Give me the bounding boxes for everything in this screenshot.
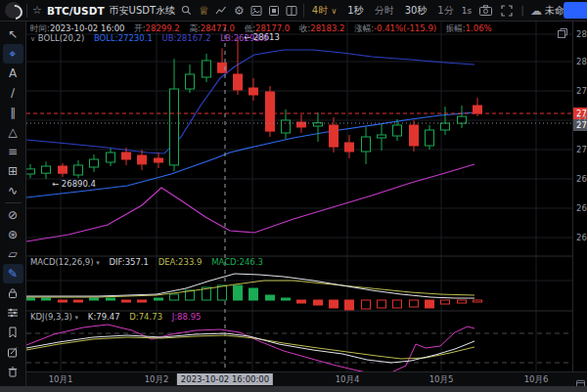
favorite-star-icon[interactable]: ☆ xyxy=(32,5,42,16)
macd-value: MACD:246.3 xyxy=(211,257,263,267)
symbol-description: 币安USDT永续 xyxy=(110,4,175,18)
timeframe-4h[interactable]: 4时 ∨ xyxy=(309,3,339,19)
candle-body xyxy=(266,92,275,131)
text-tool[interactable]: A xyxy=(3,64,23,83)
timeframe-1s[interactable]: 1秒 xyxy=(344,3,366,19)
macd-hist-bar xyxy=(314,300,323,305)
boll-name[interactable]: BOLL(20,2) xyxy=(38,33,84,43)
trash-tool[interactable] xyxy=(3,362,23,381)
divider: | xyxy=(520,5,524,16)
trend-line-tool[interactable]: ∕ xyxy=(3,83,23,103)
candle-body xyxy=(249,88,258,95)
boll-legend: ∨ BOLL(20,2) BOLL:27230.1 UB:28167.2 LB:… xyxy=(30,33,268,43)
edit-icon xyxy=(7,346,19,358)
lock-tool[interactable] xyxy=(3,283,23,303)
bookmark-tool[interactable] xyxy=(3,323,23,342)
eraser-tool[interactable]: ▱ xyxy=(3,244,23,264)
candle-body xyxy=(74,165,83,175)
macd-hist-bar xyxy=(378,300,386,308)
j-value: J:88.95 xyxy=(172,312,202,322)
price-axis[interactable]: 27686.0 27567.2 286492831627960276032724… xyxy=(572,22,587,371)
time-label: 时间: xyxy=(30,23,50,33)
crown-icon[interactable]: ♕ xyxy=(198,3,210,19)
macd-name[interactable]: MACD(12,26,9) xyxy=(30,257,94,267)
search-icon[interactable] xyxy=(180,3,193,19)
macd-hist-bar xyxy=(218,285,227,300)
chevron-down-icon[interactable]: ▾ xyxy=(96,259,100,267)
candle-body xyxy=(362,137,371,152)
d-line xyxy=(26,335,474,359)
candle-body xyxy=(330,125,339,147)
triangle-icon: △ xyxy=(8,125,17,139)
timeframe-fenshi[interactable]: 分时 xyxy=(372,3,397,19)
candle-body xyxy=(441,123,450,130)
app-logo-icon[interactable] xyxy=(5,2,22,19)
close-value: 28183.2 xyxy=(310,23,344,33)
timeframe-1m[interactable]: 1分 xyxy=(434,3,456,19)
macd-hist-bar xyxy=(138,300,147,302)
low-label: 低: xyxy=(245,23,255,33)
macd-hist-bar xyxy=(297,300,306,303)
brush-tool[interactable]: ⊘ xyxy=(3,205,23,225)
crosshair-tool[interactable]: ⌖ xyxy=(3,44,23,64)
date-tick-label: 10月5 xyxy=(429,374,454,386)
high-value: 28477.0 xyxy=(201,23,235,33)
image-icon[interactable] xyxy=(250,3,263,19)
cursor-tool[interactable]: ↖ xyxy=(3,24,23,44)
magnet-settings-tool[interactable] xyxy=(3,303,23,323)
candle-body xyxy=(282,120,291,133)
layout-icon[interactable] xyxy=(286,3,298,19)
boll-upper-line xyxy=(26,50,474,153)
candle-body xyxy=(426,130,434,146)
macd-hist-bar xyxy=(410,300,419,307)
price-tick-label: 26534 xyxy=(576,203,587,213)
fullscreen-icon[interactable] xyxy=(499,3,515,19)
template-icon[interactable] xyxy=(268,3,281,19)
boll-lb-value: LB:26293.0 xyxy=(220,33,268,43)
pen-tool[interactable]: ✎ xyxy=(3,264,23,283)
candle-body xyxy=(474,106,482,113)
collapse-caret-icon[interactable]: ∨ xyxy=(30,35,35,43)
price-tick-label: 28316 xyxy=(576,57,587,66)
grid-icon: ⊞ xyxy=(8,164,18,178)
divider xyxy=(303,4,304,18)
crosshair-time-tag: 2023-10-02 16:00:00 xyxy=(177,373,273,385)
d-value: D:74.73 xyxy=(129,312,162,322)
eraser-icon: ▱ xyxy=(8,247,17,261)
time-axis[interactable]: 2023-10-02 16:00:00 10月110月210月310月410月5… xyxy=(26,371,587,386)
fib-retracement-tool[interactable]: ≡ xyxy=(3,142,23,161)
gear-icon[interactable]: ⚙ xyxy=(233,3,246,19)
candle-body xyxy=(378,135,386,138)
kdj-name[interactable]: KDJ(9,3,3) xyxy=(30,312,72,322)
sliders-icon xyxy=(7,307,19,319)
maximize-pane-icon[interactable] xyxy=(558,23,567,42)
boll-ub-value: UB:28167.2 xyxy=(162,33,211,43)
highlighter-tool[interactable]: ⊛ xyxy=(3,225,23,244)
trading-app-window: ☆ BTC/USDT 币安USDT永续 ♕ ⚙ 4时 ∨ 1秒 分时 30秒 1… xyxy=(0,0,587,392)
candle-body xyxy=(59,166,68,173)
boll-mid-value: BOLL:27230.1 xyxy=(94,33,153,43)
triangle-shape-tool[interactable]: △ xyxy=(3,122,23,142)
replay-speed-label[interactable]: 1s xyxy=(462,6,472,16)
parallel-channel-tool[interactable]: ∥ xyxy=(3,103,23,122)
chevron-down-icon[interactable]: ▾ xyxy=(75,314,79,322)
date-tick-label: 10月1 xyxy=(49,374,73,386)
macd-hist-bar xyxy=(266,295,275,300)
edit-tool[interactable] xyxy=(3,342,23,362)
chart-workspace: ↖ ⌖ A ∕ ∥ △ ≡ ⊞ ∿ ⊘ ⊛ ▱ ✎ xyxy=(0,22,587,392)
grid-pattern-tool[interactable]: ⊞ xyxy=(3,161,23,181)
timeframe-30s[interactable]: 30秒 xyxy=(402,3,430,19)
candle-body xyxy=(410,125,419,146)
trash-icon xyxy=(7,366,19,377)
indicator-chart-icon[interactable] xyxy=(215,3,228,19)
macd-hist-bar xyxy=(42,298,51,300)
macd-hist-bar xyxy=(282,298,291,300)
camera-icon[interactable] xyxy=(477,3,493,19)
highlighter-icon: ⊛ xyxy=(8,228,18,241)
amplitude-value: 1.06% xyxy=(466,23,492,33)
elliott-wave-tool[interactable]: ∿ xyxy=(3,181,23,200)
macd-hist-bar xyxy=(474,300,482,302)
primary-action-button[interactable] xyxy=(564,2,587,19)
change-value: -0.41%(-115.9) xyxy=(374,23,436,33)
symbol-name[interactable]: BTC/USDT xyxy=(47,5,105,17)
